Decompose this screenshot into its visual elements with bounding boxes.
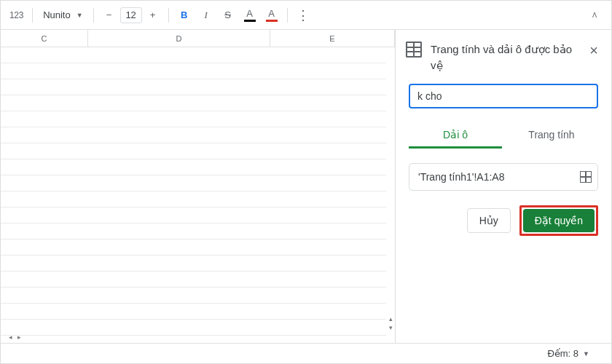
chevron-down-icon: ▼ — [583, 350, 589, 357]
grid-row[interactable] — [1, 95, 386, 111]
font-name-label: Nunito — [43, 9, 71, 20]
toolbar: 123 Nunito ▼ − + B I S A A ⋮ ᐱ — [1, 1, 611, 30]
fill-color-letter: A — [268, 8, 275, 19]
bold-button[interactable]: B — [175, 5, 194, 25]
column-header[interactable]: C — [1, 30, 88, 47]
grid-row[interactable] — [1, 304, 386, 320]
fill-color-button[interactable]: A — [262, 5, 281, 25]
more-options-button[interactable]: ⋮ — [294, 5, 313, 25]
separator — [93, 8, 94, 23]
fill-color-swatch — [266, 20, 278, 22]
chevron-up-icon: ᐱ — [592, 12, 597, 19]
grid-row[interactable] — [1, 143, 386, 159]
tab-range[interactable]: Dải ô — [409, 122, 502, 149]
font-size-input[interactable] — [120, 7, 142, 23]
status-count[interactable]: Đếm: 8 ▼ — [547, 348, 589, 359]
grid-row[interactable] — [1, 175, 386, 191]
italic-button[interactable]: I — [197, 5, 216, 25]
grid-row[interactable] — [1, 207, 386, 223]
action-buttons: Hủy Đặt quyền — [409, 205, 598, 236]
column-header[interactable]: D — [88, 30, 270, 47]
cell-grid[interactable]: ▴ ▾ ◂ ▸ — [1, 47, 395, 343]
column-header[interactable]: E — [270, 30, 395, 47]
grid-row[interactable] — [1, 272, 386, 288]
vertical-scrollbar[interactable]: ▴ ▾ — [386, 47, 395, 333]
text-color-button[interactable]: A — [240, 5, 259, 25]
grid-row[interactable] — [1, 79, 386, 95]
sidepanel-body: Dải ô Trang tính 'Trang tính1'!A1:A8 Hủy… — [396, 81, 611, 248]
main-area: C D E ▴ ▾ ◂ ▸ Trang tính và dải ô được b… — [1, 30, 611, 343]
grid-row[interactable] — [1, 288, 386, 304]
sidepanel-title: Trang tính và dải ô được bảo vệ — [431, 41, 578, 74]
tabs: Dải ô Trang tính — [409, 122, 598, 149]
grid-row[interactable] — [1, 111, 386, 127]
grid-row[interactable] — [1, 63, 386, 79]
font-size-group: − + — [100, 5, 162, 25]
increase-font-size-button[interactable]: + — [144, 5, 162, 25]
scroll-right-icon[interactable]: ▸ — [15, 333, 23, 341]
decrease-font-size-button[interactable]: − — [100, 5, 119, 25]
grid-row[interactable] — [1, 47, 386, 63]
grid-rows — [1, 47, 386, 336]
collapse-toolbar-button[interactable]: ᐱ — [585, 5, 604, 25]
horizontal-scrollbar[interactable]: ◂ ▸ — [7, 332, 385, 341]
grid-row[interactable] — [1, 159, 386, 175]
strikethrough-button[interactable]: S — [219, 5, 238, 25]
scroll-up-icon[interactable]: ▴ — [386, 315, 395, 323]
separator — [168, 8, 169, 23]
protect-sheets-sidepanel: Trang tính và dải ô được bảo vệ × Dải ô … — [396, 30, 611, 343]
font-family-dropdown[interactable]: Nunito ▼ — [39, 5, 87, 25]
scroll-left-icon[interactable]: ◂ — [7, 333, 14, 341]
grid-row[interactable] — [1, 191, 386, 207]
tab-sheet[interactable]: Trang tính — [505, 122, 598, 149]
grid-row[interactable] — [1, 127, 386, 143]
separator — [287, 8, 288, 23]
text-color-letter: A — [246, 8, 253, 19]
sidepanel-header: Trang tính và dải ô được bảo vệ × — [396, 30, 611, 81]
scroll-down-icon[interactable]: ▾ — [386, 324, 395, 331]
spreadsheet-area: C D E ▴ ▾ ◂ ▸ — [1, 30, 396, 343]
chevron-down-icon: ▼ — [76, 12, 83, 19]
status-bar: Đếm: 8 ▼ — [1, 343, 611, 363]
select-range-icon[interactable] — [580, 171, 592, 183]
text-color-swatch — [244, 20, 256, 22]
number-format-button[interactable]: 123 — [7, 5, 26, 25]
sheet-icon — [406, 41, 422, 58]
count-label: Đếm: 8 — [547, 348, 578, 359]
column-headers: C D E — [1, 30, 395, 47]
separator — [32, 8, 33, 23]
highlight-box: Đặt quyền — [519, 205, 598, 236]
description-input[interactable] — [409, 84, 598, 108]
range-value: 'Trang tính1'!A1:A8 — [418, 171, 504, 183]
cancel-button[interactable]: Hủy — [467, 208, 511, 233]
grid-row[interactable] — [1, 256, 386, 272]
close-icon[interactable]: × — [586, 41, 601, 59]
range-input-box[interactable]: 'Trang tính1'!A1:A8 — [409, 163, 598, 191]
grid-row[interactable] — [1, 223, 386, 240]
set-permissions-button[interactable]: Đặt quyền — [523, 209, 595, 232]
grid-row[interactable] — [1, 240, 386, 256]
